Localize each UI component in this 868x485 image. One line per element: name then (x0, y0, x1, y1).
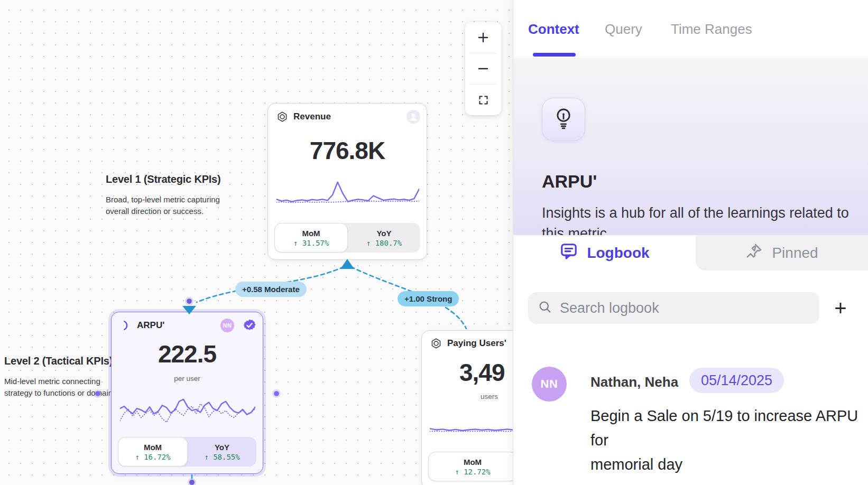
card-stats-footer: MoM ↑ 16.72% YoY ↑ 58.55% (118, 437, 256, 467)
add-log-entry-button[interactable]: + (825, 292, 856, 324)
correlation-label-strong: +1.00 Strong (398, 291, 459, 306)
level1-annotation: Level 1 (Strategic KPIs) Broad, top-leve… (106, 173, 238, 217)
mom-stat[interactable]: MoM ↑ 12.72% (428, 452, 517, 481)
lightbulb-icon (553, 107, 574, 132)
edge-arrow-up (340, 259, 354, 269)
kpi-card-arpu[interactable]: ARPU' NN 222.5 per user MoM ↑ 16.72% YoY… (111, 312, 263, 474)
metric-unit: per user (112, 375, 263, 383)
tab-query[interactable]: Query (605, 0, 642, 59)
level1-desc-line1: Broad, top-level metric capturing (106, 195, 220, 204)
pin-icon (745, 242, 763, 264)
hexagon-metric-icon (276, 110, 289, 123)
logbook-chat-icon (559, 241, 578, 264)
crescent-metric-icon (119, 319, 132, 332)
metric-unit: users (481, 393, 498, 400)
context-side-panel: Context Query Time Ranges ARPU' Insights… (513, 0, 868, 485)
tab-logbook[interactable]: Logbook (513, 235, 696, 271)
metric-tree-canvas[interactable]: Level 1 (Strategic KPIs) Broad, top-leve… (0, 0, 513, 485)
insight-tile (542, 98, 585, 141)
connection-handle-dot (274, 391, 279, 396)
metric-value: 222.5 (112, 340, 263, 368)
mom-stat[interactable]: MoM ↑ 31.57% (274, 223, 348, 253)
sparkline-chart (276, 179, 419, 208)
kpi-card-revenue[interactable]: Revenue 776.8K MoM ↑ 31.57% YoY ↑ 180.7% (267, 103, 427, 260)
sparkline-chart (120, 395, 255, 425)
yoy-stat[interactable]: YoY ↑ 58.55% (188, 437, 256, 467)
metric-title: ARPU' (542, 171, 597, 192)
level1-desc-line2: overall direction or success. (106, 207, 204, 216)
mom-stat[interactable]: MoM ↑ 16.72% (118, 437, 188, 467)
search-input[interactable] (560, 300, 810, 316)
card-title: ARPU' (137, 320, 216, 331)
verified-badge-icon (243, 319, 256, 332)
metric-value: 3,49 (459, 358, 505, 387)
card-title: Revenue (293, 111, 402, 122)
logbook-tab-bar: Logbook Pinned (513, 235, 868, 271)
tab-time-ranges[interactable]: Time Ranges (671, 0, 752, 59)
metric-header-section: ARPU' Insights is a hub for all of the l… (513, 59, 868, 235)
connection-handle-dot (189, 480, 195, 485)
level2-desc-line2: strategy to functions or domains. (4, 388, 119, 397)
canvas-zoom-controls (465, 22, 501, 115)
entry-date-badge: 05/14/2025 (689, 368, 784, 393)
zoom-in-button[interactable] (465, 22, 501, 53)
yoy-stat[interactable]: YoY ↑ 180.7% (348, 223, 420, 253)
metric-value: 776.8K (268, 136, 427, 165)
logbook-toolbar: + (513, 288, 868, 325)
level2-desc-line1: Mid-level metric connecting (4, 377, 100, 386)
level1-title: Level 1 (Strategic KPIs) (106, 173, 238, 185)
collaborator-badge[interactable]: NN (220, 319, 234, 332)
fit-view-button[interactable] (465, 85, 501, 115)
author-name: Nathan, Neha (590, 374, 678, 390)
tab-pinned[interactable]: Pinned (696, 235, 868, 271)
active-tab-underline (533, 53, 576, 57)
connection-handle-dot (187, 299, 192, 304)
hexagon-metric-icon (430, 337, 442, 350)
owner-avatar-icon[interactable] (407, 110, 420, 124)
author-avatar: NN (532, 367, 567, 402)
tab-context[interactable]: Context (528, 0, 579, 59)
card-stats-footer: MoM ↑ 31.57% YoY ↑ 180.7% (274, 223, 420, 253)
zoom-out-button[interactable] (465, 53, 501, 84)
entry-text: Begin a Sale on 5/19 to increase ARPU fo… (590, 404, 868, 477)
correlation-label-moderate: +0.58 Moderate (235, 282, 307, 297)
search-icon (538, 300, 552, 316)
logbook-search[interactable] (528, 292, 819, 324)
panel-tab-bar: Context Query Time Ranges (513, 0, 868, 59)
